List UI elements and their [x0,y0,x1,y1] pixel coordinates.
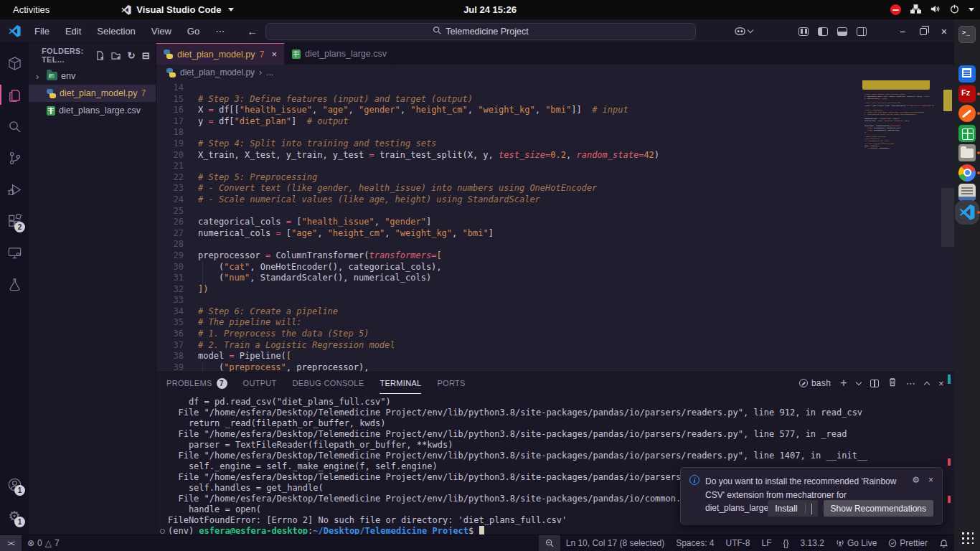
code-line: 32]) [156,284,861,296]
app-title-menu[interactable]: Visual Studio Code [121,4,233,15]
overview-ruler[interactable] [941,80,954,372]
copilot-button[interactable] [734,26,753,37]
maximize-panel-icon[interactable] [924,381,930,387]
activity-source-control-icon[interactable] [0,142,29,174]
activity-remote-explorer-icon[interactable] [0,237,29,268]
customize-layout-icon[interactable] [798,27,809,36]
tree-item-diet-plan-model[interactable]: diet_plan_model.py 7 [29,85,156,102]
panel-more-icon[interactable]: ⋯ [906,378,915,389]
tab-close-icon[interactable]: × [271,49,277,60]
dock-item-writer-app[interactable] [958,65,976,83]
menu-go[interactable]: Go [181,24,206,39]
notification-settings-icon[interactable]: ⚙ [912,475,920,485]
clock[interactable]: Jul 24 15:26 [463,4,517,15]
menu-view[interactable]: View [145,24,178,39]
titlebar-right: − × [734,19,947,43]
new-file-icon[interactable] [95,51,105,60]
python-version[interactable]: 3.13.2 [795,538,830,548]
show-recommendations-button[interactable]: Show Recommendations [824,500,933,517]
overview-ruler-mark [943,90,952,111]
breadcrumb[interactable]: diet_plan_model.py › ... [156,65,954,80]
panel-tab-label: TERMINAL [380,379,421,387]
settings-gear-icon[interactable]: ⚙ 1 [0,500,29,532]
dock-item-vscode-app[interactable] [958,204,976,221]
split-terminal-icon[interactable] [870,380,879,387]
tab-ports[interactable]: PORTS [437,372,465,394]
dock-item-terminal-app[interactable] [958,26,976,43]
breadcrumb-file[interactable]: diet_plan_model.py [180,67,255,77]
command-center-search[interactable]: Telemedicine Project [265,23,696,40]
activity-extensions-icon[interactable]: 2 [0,205,29,237]
activity-run-debug-icon[interactable] [0,174,29,205]
new-folder-icon[interactable] [111,51,121,60]
close-button[interactable]: × [941,26,947,37]
tab-diet-plans-large[interactable]: diet_plans_large.csv [285,43,395,65]
notification-close-icon[interactable]: × [928,475,933,485]
remote-indicator[interactable]: >< [0,535,22,551]
system-tray[interactable] [890,0,974,19]
code-line: 14 [156,83,861,94]
menu-file[interactable]: File [28,24,56,39]
toggle-secondary-sidebar-icon[interactable] [857,27,867,36]
activity-search-icon[interactable] [0,110,29,142]
dock-item-gedit-app[interactable] [958,184,976,201]
dock-item-chrome-app[interactable] [958,164,976,182]
panel-tab-label: PORTS [437,379,465,387]
minimap[interactable]: 1415# Step 3: Define features (input) an… [861,80,941,372]
shell-selector[interactable]: bash [799,378,831,388]
eol-sequence[interactable]: LF [756,538,778,548]
breadcrumb-more[interactable]: ... [266,67,273,77]
encoding[interactable]: UTF-8 [720,538,756,548]
language-mode-icon[interactable]: {} [778,538,795,548]
show-applications-button[interactable] [961,531,974,544]
minimize-button[interactable]: − [900,26,905,37]
cursor-position[interactable]: Ln 10, Col 17 (8 selected) [560,538,670,548]
menu-more[interactable]: ⋯ [209,24,231,39]
vscode-menu-logo-icon[interactable] [9,25,21,37]
back-button[interactable]: ← [247,25,258,37]
dock-item-filezilla-app[interactable] [958,85,976,103]
terminal-dropdown-icon[interactable] [856,379,862,385]
restore-button[interactable] [920,28,927,35]
indentation[interactable]: Spaces: 4 [670,538,720,548]
collapse-all-icon[interactable]: ⊟ [142,50,150,61]
activity-testing-icon[interactable] [0,268,29,300]
tree-item-diet-plans-large[interactable]: diet_plans_large.csv [29,102,156,119]
kill-terminal-icon[interactable] [888,377,897,389]
account-icon[interactable]: 1 [0,468,29,500]
dock-item-sheets-app[interactable] [958,125,976,142]
screencast-zoom-indicator[interactable] [539,535,560,551]
activity-explorer-icon[interactable] [0,79,29,110]
terminal-scrollbar[interactable] [946,372,951,534]
dock-item-files-app[interactable] [958,144,976,161]
errors-count: 0 [37,538,42,548]
tab-problems[interactable]: PROBLEMS 7 [166,372,227,394]
new-terminal-icon[interactable]: + [840,377,847,390]
install-dropdown-icon[interactable] [806,504,818,514]
dock-item-red-app[interactable] [958,46,976,63]
dock-item-orange-app[interactable] [958,105,976,122]
tab-output[interactable]: OUTPUT [243,372,277,394]
problems-status[interactable]: ⊗ 0 △ 7 [22,538,65,548]
menu-edit[interactable]: Edit [59,24,88,39]
tab-debug-console[interactable]: DEBUG CONSOLE [293,372,364,394]
folders-section-label[interactable]: FOLDERS: TEL... [42,47,95,64]
editor-scrollbar-slider[interactable] [941,188,954,247]
install-button[interactable]: Install [768,500,817,517]
code-editor[interactable]: 1415# Step 3: Define features (input) an… [156,80,954,372]
activity-package-icon[interactable] [0,47,29,79]
tab-diet-plan-model[interactable]: diet_plan_model.py 7 × [156,43,285,65]
terminal-line: parser = TextFileReader(filepath_or_buff… [168,440,954,451]
tree-item-env[interactable]: › env [29,67,156,85]
close-panel-icon[interactable]: × [938,378,944,389]
notifications-bell-icon[interactable] [933,539,954,548]
refresh-icon[interactable]: ↻ [128,50,136,61]
activities-button[interactable]: Activities [0,4,62,15]
toggle-sidebar-icon[interactable] [818,27,828,36]
toggle-panel-icon[interactable] [837,27,847,36]
tab-terminal[interactable]: TERMINAL [380,372,421,394]
prettier-status[interactable]: Prettier [882,538,933,548]
go-live-button[interactable]: Go Live [830,538,882,548]
menu-selection[interactable]: Selection [90,24,141,39]
tree-item-label: diet_plans_large.csv [59,105,141,116]
